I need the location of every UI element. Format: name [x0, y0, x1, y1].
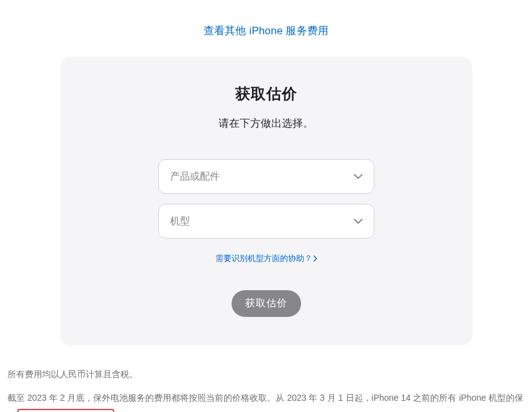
chevron-right-icon	[313, 254, 317, 263]
help-link-container: 需要识别机型方面的协助？	[85, 252, 448, 264]
model-select[interactable]: 机型	[158, 204, 374, 239]
footer-note-currency: 所有费用均以人民币计算且含税。	[7, 364, 525, 384]
highlight-annotation	[17, 409, 114, 412]
other-services-link[interactable]: 查看其他 iPhone 服务费用	[204, 25, 329, 37]
top-link-container: 查看其他 iPhone 服务费用	[0, 0, 532, 57]
card-title: 获取估价	[85, 84, 448, 104]
chevron-down-icon	[354, 219, 363, 224]
footer-note-price-change: 截至 2023 年 2 月底，保外电池服务的费用都将按照当前的价格收取。从 20…	[7, 388, 525, 412]
help-link-text: 需要识别机型方面的协助？	[215, 253, 312, 264]
chevron-down-icon	[354, 174, 363, 179]
product-select[interactable]: 产品或配件	[158, 159, 374, 194]
card-subtitle: 请在下方做出选择。	[85, 116, 448, 130]
footer-notes: 所有费用均以人民币计算且含税。 截至 2023 年 2 月底，保外电池服务的费用…	[0, 346, 532, 412]
product-select-placeholder: 产品或配件	[170, 170, 220, 183]
model-select-placeholder: 机型	[170, 215, 190, 228]
footer-note-price-change-text: 截至 2023 年 2 月底，保外电池服务的费用都将按照当前的价格收取。从 20…	[7, 393, 523, 412]
get-estimate-button[interactable]: 获取估价	[232, 290, 301, 317]
identify-model-help-link[interactable]: 需要识别机型方面的协助？	[215, 253, 317, 264]
estimate-card: 获取估价 请在下方做出选择。 产品或配件 机型 需要识别机型方面的协助？ 获取估…	[60, 57, 472, 346]
